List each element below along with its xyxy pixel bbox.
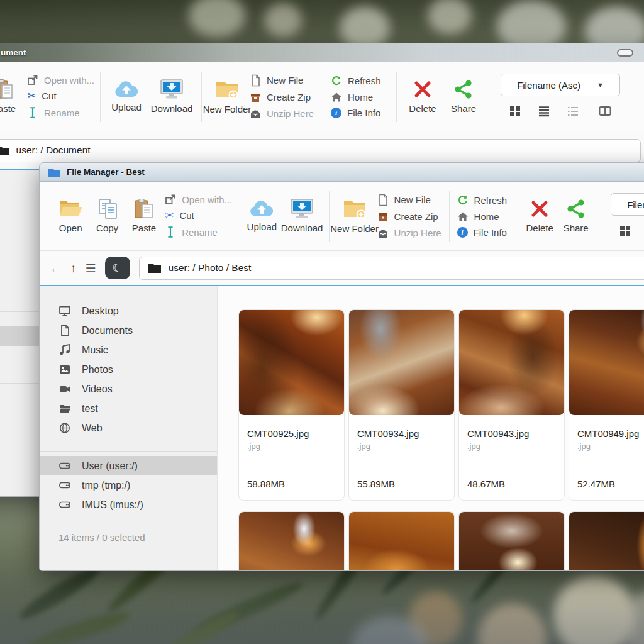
breadcrumb-input[interactable]: user: / Document [0, 139, 641, 162]
folder-icon [47, 167, 61, 178]
home-button[interactable]: Home [457, 211, 508, 222]
refresh-icon [331, 75, 342, 87]
titlebar[interactable]: File Manager - Best [40, 163, 644, 182]
navigation-bar: ← ↑ ☰ ☾ user: / Photo / Best [40, 251, 644, 286]
cut-button[interactable]: ✂ Cut [165, 210, 230, 221]
refresh-button[interactable]: Refresh [457, 195, 508, 206]
sidebar-item-desktop[interactable]: Desktop [40, 301, 217, 321]
upload-cloud-icon [248, 199, 275, 218]
video-camera-icon [58, 383, 71, 395]
list-view-button[interactable] [640, 225, 644, 237]
sidebar-item-photos[interactable]: Photos [40, 360, 217, 379]
scissors-icon: ✂ [27, 91, 36, 101]
download-button[interactable]: Download [147, 79, 196, 114]
open-with-button[interactable]: Open with... [27, 74, 92, 86]
file-card[interactable]: CMT00934.jpg .jpg 55.89MB [348, 309, 455, 501]
file-thumbnail [239, 512, 344, 570]
rename-button[interactable]: Rename [165, 226, 230, 238]
file-thumbnail [349, 310, 454, 415]
back-arrow-icon[interactable]: ← [50, 262, 62, 274]
sidebar-drive-tmp[interactable]: tmp (tmp:/) [40, 475, 217, 495]
file-size: 48.67MB [459, 451, 564, 500]
open-button[interactable]: Open [52, 198, 89, 233]
minimize-button[interactable] [617, 49, 633, 57]
sidebar-item-test[interactable]: test [40, 399, 217, 418]
home-button[interactable]: Home [331, 92, 389, 103]
upload-button[interactable]: Upload [243, 199, 280, 232]
file-card[interactable]: CMT00925.jpg .jpg 58.88MB [238, 309, 345, 501]
unzip-here-button[interactable]: Unzip Here [377, 228, 441, 239]
window-title: ument [1, 48, 26, 57]
file-card[interactable]: CMT00949.jpg .jpg 52.47MB [569, 309, 644, 501]
create-zip-button[interactable]: Create Zip [250, 92, 315, 103]
file-card[interactable] [458, 511, 565, 570]
detail-view-button[interactable] [558, 105, 587, 118]
breadcrumb-path: user: / Document [16, 145, 91, 156]
create-zip-button[interactable]: Create Zip [377, 211, 441, 223]
open-with-button[interactable]: Open with... [165, 194, 230, 205]
share-button[interactable]: Share [558, 198, 594, 233]
refresh-icon [457, 195, 469, 206]
file-name: CMT00934.jpg [349, 415, 454, 440]
dark-mode-toggle[interactable]: ☾ [105, 257, 130, 279]
copy-button[interactable]: Copy [89, 198, 125, 233]
delete-button[interactable]: Delete [521, 198, 558, 233]
open-with-icon [27, 74, 38, 86]
sidebar-item-videos[interactable]: Videos [40, 379, 217, 399]
new-folder-button[interactable]: New Folder [207, 78, 247, 114]
titlebar[interactable]: ument [0, 43, 644, 62]
new-file-button[interactable]: New File [250, 74, 315, 87]
file-thumbnail [239, 310, 344, 415]
sort-dropdown[interactable]: Filename (Asc) ▼ [611, 193, 644, 216]
rename-button[interactable]: Rename [27, 106, 92, 119]
sidebar-item-documents[interactable]: Documents [40, 321, 217, 340]
sidebar-item-web[interactable]: Web [40, 418, 217, 438]
photo-icon [58, 364, 71, 375]
up-arrow-icon[interactable]: ↑ [70, 262, 77, 274]
sidebar-item-music[interactable]: Music [40, 340, 217, 360]
moon-icon: ☾ [112, 262, 122, 274]
unzip-tray-icon [250, 108, 261, 119]
sort-dropdown[interactable]: Filename (Asc) ▼ [501, 74, 620, 96]
sidebar-drive-user[interactable]: User (user:/) [40, 456, 217, 475]
window-file-manager-best: File Manager - Best Open Copy Paste Open… [39, 162, 644, 571]
grid-view-button[interactable] [501, 105, 530, 118]
home-icon [457, 211, 469, 222]
new-file-icon [377, 194, 389, 206]
paste-button[interactable]: Paste [126, 198, 162, 233]
sidebar-drive-imus[interactable]: IMUS (imus:/) [40, 495, 217, 514]
hamburger-menu-icon[interactable]: ☰ [86, 262, 96, 274]
file-name: CMT00943.jpg [459, 415, 564, 440]
home-icon [331, 92, 342, 103]
share-button[interactable]: Share [443, 79, 484, 114]
grid-view-button[interactable] [611, 225, 640, 237]
breadcrumb-input[interactable]: user: / Photo / Best [139, 257, 644, 280]
music-note-icon [58, 344, 71, 356]
new-file-button[interactable]: New File [377, 194, 441, 206]
download-button[interactable]: Download [280, 198, 324, 233]
folder-icon [148, 262, 162, 274]
file-info-button[interactable]: i File Info [331, 108, 389, 118]
file-info-button[interactable]: i File Info [457, 227, 508, 238]
info-icon: i [331, 108, 341, 118]
unzip-here-button[interactable]: Unzip Here [250, 108, 315, 119]
new-folder-button[interactable]: New Folder [335, 197, 375, 234]
list-view-button[interactable] [530, 105, 558, 118]
cut-button[interactable]: ✂ Cut [27, 91, 92, 101]
upload-cloud-icon [113, 80, 140, 99]
info-icon: i [457, 227, 468, 238]
file-thumbnail [569, 512, 644, 570]
hdd-icon [58, 499, 71, 511]
column-view-button[interactable] [591, 106, 619, 117]
file-card[interactable] [569, 511, 644, 570]
delete-button[interactable]: Delete [402, 79, 443, 114]
refresh-button[interactable]: Refresh [331, 75, 389, 87]
file-card[interactable]: CMT00943.jpg .jpg 48.67MB [458, 309, 565, 501]
file-grid: CMT00925.jpg .jpg 58.88MB CMT00934.jpg .… [218, 286, 644, 570]
upload-button[interactable]: Upload [106, 80, 147, 113]
file-card[interactable] [348, 511, 455, 570]
paste-button[interactable]: Paste [0, 79, 25, 114]
delete-x-icon [412, 79, 433, 100]
file-card[interactable] [238, 511, 345, 570]
toolbar: Open Copy Paste Open with... ✂ Cut [0, 62, 644, 131]
